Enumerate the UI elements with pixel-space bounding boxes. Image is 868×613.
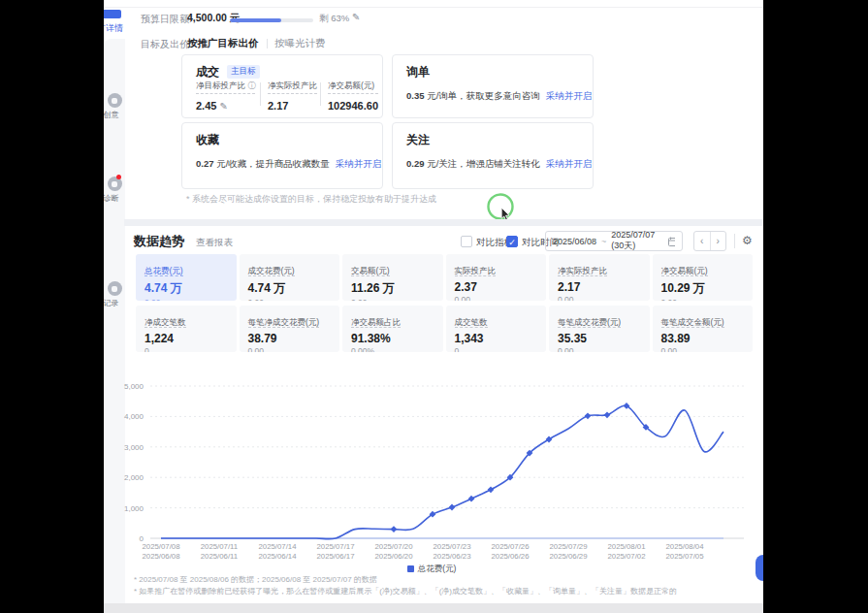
metric-grid: 总花费(元)4.74 万0.00成交花费(元)4.74 万0.00交易额(元)1… <box>136 254 753 352</box>
chart-footnote-2: * 如果推广在暂停或删除前已经获得了曝光，那么在暂停或重建后展示「(净)交易额」… <box>134 586 677 597</box>
deal-metric-3: 净交易额(元) 102946.60 <box>328 81 378 112</box>
metric-card-2[interactable]: 交易额(元)11.26 万0.00 <box>342 254 443 301</box>
metric-card-1[interactable]: 成交花费(元)4.74 万0.00 <box>240 254 340 301</box>
svg-text:5,000: 5,000 <box>124 382 145 391</box>
svg-text:2025/06/17: 2025/06/17 <box>316 552 354 561</box>
diagnosis-icon <box>108 177 122 191</box>
view-report-link[interactable]: 查看报表 <box>196 237 233 249</box>
date-pager: ‹ › <box>693 231 726 251</box>
metric-card-8[interactable]: 净交易额占比91.38%0.00% <box>342 306 443 352</box>
metric-card-5[interactable]: 净交易额(元)10.29 万0.00 <box>653 254 754 301</box>
settings-gear-icon[interactable]: ⚙ <box>742 234 753 247</box>
sidebar-item-creative[interactable]: 创意 <box>104 93 125 120</box>
deal-metric-2: 净实际投产比 2.17 <box>268 81 317 112</box>
budget-remaining: 剩 63% <box>319 13 349 25</box>
svg-text:2025/08/04: 2025/08/04 <box>665 542 704 551</box>
roi-edit-icon[interactable]: ✎ <box>219 101 227 112</box>
svg-text:2025/06/08: 2025/06/08 <box>142 552 179 561</box>
next-period-button[interactable]: › <box>711 232 726 250</box>
compare-metric-checkbox[interactable] <box>461 236 472 247</box>
legend-swatch <box>407 565 414 572</box>
metric-card-6[interactable]: 净成交笔数1,2240 <box>136 306 237 352</box>
bidding-label: 目标及出价: <box>141 38 192 51</box>
goal-note: * 系统会尽可能达成你设置的目标，保持稳定投放有助于提升达成 <box>186 193 436 206</box>
svg-text:2025/07/08: 2025/07/08 <box>142 542 179 551</box>
budget-label: 预算日限额: <box>141 13 192 26</box>
goal-card-title: 关注 <box>406 132 430 148</box>
tab-divider <box>267 39 268 48</box>
svg-text:2025/06/29: 2025/06/29 <box>549 552 587 561</box>
tab-bid-by-impression[interactable]: 按曝光计费 <box>274 37 326 50</box>
adopt-enable-link[interactable]: 采纳并开启 <box>546 90 593 101</box>
svg-text:2025/07/14: 2025/07/14 <box>258 542 297 551</box>
svg-text:2025/07/23: 2025/07/23 <box>433 542 470 551</box>
trend-chart[interactable]: 01,0002,0003,0004,0005,0002025/07/082025… <box>112 374 752 565</box>
metric-card-9[interactable]: 成交笔数1,3430 <box>446 306 547 352</box>
date-range-picker[interactable]: 2025/06/08 ~ 2025/07/07 (30天) <box>545 231 683 251</box>
svg-text:2025/06/26: 2025/06/26 <box>491 552 529 561</box>
chart-footnote-1: * 2025/07/08 至 2025/08/06 的数据；2025/06/08… <box>134 574 377 585</box>
header-divider <box>734 234 735 248</box>
compare-time-checkbox[interactable]: ✓ <box>506 236 518 247</box>
svg-text:2025/06/20: 2025/06/20 <box>374 552 413 561</box>
budget-edit-icon[interactable]: ✎ <box>352 12 360 22</box>
prev-period-button[interactable]: ‹ <box>694 232 711 250</box>
svg-text:2025/06/23: 2025/06/23 <box>433 552 470 561</box>
goal-card-inquiry: 询单 0.35 元/询单，获取更多意向咨询采纳并开启 <box>392 54 594 118</box>
svg-text:2025/07/02: 2025/07/02 <box>607 552 645 561</box>
metric-card-4[interactable]: 净实际投产比2.170.00 <box>549 254 650 301</box>
sidebar-item-diagnosis[interactable]: 诊断 <box>104 177 125 204</box>
svg-text:2025/07/20: 2025/07/20 <box>374 542 413 551</box>
svg-text:2025/07/29: 2025/07/29 <box>549 542 587 551</box>
svg-text:2025/07/26: 2025/07/26 <box>491 542 529 551</box>
svg-text:2025/07/05: 2025/07/05 <box>665 552 704 561</box>
section-divider <box>124 219 763 226</box>
alert-dot <box>116 175 121 179</box>
floating-side-button[interactable] <box>755 555 763 581</box>
goal-card-title: 成交 <box>196 64 219 81</box>
svg-text:2025/08/01: 2025/08/01 <box>607 542 645 551</box>
metric-card-3[interactable]: 实际投产比2.370.00 <box>446 254 547 301</box>
metric-card-7[interactable]: 每笔净成交花费(元)38.790.00 <box>240 306 340 352</box>
goal-card-deal: 成交 主目标 净目标投产比 ⓘ 2.45 ✎ 净实际投产比 2.17 净交易额(… <box>181 54 383 118</box>
date-end: 2025/07/07 (30天) <box>611 230 662 252</box>
date-start: 2025/06/08 <box>553 237 596 246</box>
legend-label: 总花费(元) <box>418 564 457 573</box>
metric-card-11[interactable]: 每笔成交金额(元)83.890.00 <box>653 306 754 352</box>
svg-text:2025/07/11: 2025/07/11 <box>201 542 238 551</box>
budget-progress-fill <box>230 18 281 22</box>
sidebar-item-history[interactable]: 记录 <box>104 281 125 308</box>
main-goal-badge: 主目标 <box>227 65 260 79</box>
svg-text:4,000: 4,000 <box>124 412 145 421</box>
calendar-icon <box>668 237 675 246</box>
history-icon <box>108 281 122 296</box>
metric-divider <box>260 82 261 106</box>
goal-card-favorite: 收藏 0.27 元/收藏，提升商品收藏数量采纳并开启 <box>181 122 383 189</box>
svg-text:2025/06/14: 2025/06/14 <box>258 552 297 561</box>
info-icon[interactable]: ⓘ <box>247 81 255 90</box>
budget-progress <box>230 18 313 22</box>
goal-card-follow: 关注 0.29 元/关注，增强店铺关注转化采纳并开启 <box>392 122 594 189</box>
screen: 推广详情 创意 诊断 记录 预算日限额: 4,500.00 元 剩 63% ✎ … <box>0 0 868 613</box>
metric-card-10[interactable]: 每笔成交花费(元)35.350.00 <box>549 306 650 352</box>
adopt-enable-link[interactable]: 采纳并开启 <box>546 158 593 169</box>
tab-bid-by-goal[interactable]: 按推广目标出价 <box>187 37 259 50</box>
sidebar-active-pill[interactable] <box>104 10 121 18</box>
svg-text:2,000: 2,000 <box>124 473 145 482</box>
top-divider <box>104 0 763 8</box>
metric-divider <box>320 82 321 106</box>
goal-card-title: 收藏 <box>196 132 219 148</box>
main-window: 推广详情 创意 诊断 记录 预算日限额: 4,500.00 元 剩 63% ✎ … <box>104 0 763 613</box>
svg-text:1,000: 1,000 <box>124 504 145 513</box>
svg-text:3,000: 3,000 <box>124 443 145 452</box>
svg-text:2025/06/11: 2025/06/11 <box>201 552 238 561</box>
creative-icon <box>108 93 122 108</box>
trends-title: 数据趋势 <box>134 233 184 250</box>
goal-card-title: 询单 <box>406 64 430 81</box>
svg-text:2025/07/17: 2025/07/17 <box>316 542 354 551</box>
metric-card-0[interactable]: 总花费(元)4.74 万0.00 <box>136 254 237 301</box>
bottom-strip <box>104 603 763 613</box>
sidebar-item-promo-detail[interactable]: 推广详情 <box>104 22 123 35</box>
adopt-enable-link[interactable]: 采纳并开启 <box>336 158 382 169</box>
deal-metric-1: 净目标投产比 ⓘ 2.45 ✎ <box>196 81 255 112</box>
